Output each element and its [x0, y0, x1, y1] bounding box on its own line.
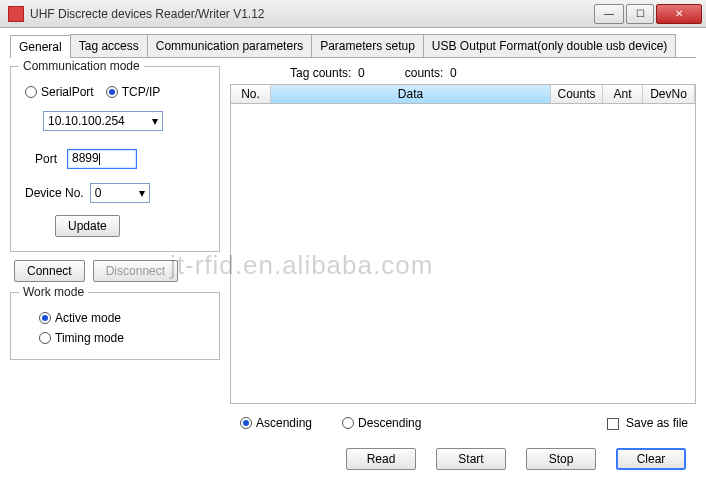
th-data[interactable]: Data: [271, 85, 551, 103]
ascending-label: Ascending: [256, 416, 312, 430]
tab-bar: General Tag access Communication paramet…: [10, 34, 696, 58]
stop-button[interactable]: Stop: [526, 448, 596, 470]
save-as-file-label: Save as file: [626, 416, 688, 430]
port-value: 8899: [72, 151, 99, 165]
tab-general[interactable]: General: [10, 35, 71, 58]
app-icon: [8, 6, 24, 22]
tcpip-label: TCP/IP: [122, 85, 161, 99]
device-no-select[interactable]: 0 ▾: [90, 183, 150, 203]
ascending-radio[interactable]: [240, 417, 252, 429]
sort-row: Ascending Descending Save as file: [230, 404, 696, 436]
window-title: UHF Discrecte devices Reader/Writer V1.1…: [30, 7, 592, 21]
serialport-label: SerialPort: [41, 85, 94, 99]
data-table[interactable]: No. Data Counts Ant DevNo: [230, 84, 696, 404]
disconnect-button[interactable]: Disconnect: [93, 260, 178, 282]
tag-counts-label: Tag counts:: [290, 66, 351, 80]
serialport-radio[interactable]: [25, 86, 37, 98]
chevron-down-icon: ▾: [152, 114, 158, 128]
read-button[interactable]: Read: [346, 448, 416, 470]
work-mode-group: Work mode Active mode Timing mode: [10, 292, 220, 360]
th-devno[interactable]: DevNo: [643, 85, 695, 103]
tab-communication-parameters[interactable]: Communication parameters: [147, 34, 312, 57]
connect-button[interactable]: Connect: [14, 260, 85, 282]
tag-counts-value: 0: [358, 66, 365, 80]
timing-mode-label: Timing mode: [55, 331, 124, 345]
minimize-button[interactable]: —: [594, 4, 624, 24]
clear-button[interactable]: Clear: [616, 448, 686, 470]
work-mode-legend: Work mode: [19, 285, 88, 299]
counts-label: counts:: [405, 66, 444, 80]
tcpip-radio[interactable]: [106, 86, 118, 98]
ip-address-value: 10.10.100.254: [48, 114, 125, 128]
active-mode-radio[interactable]: [39, 312, 51, 324]
close-button[interactable]: ✕: [656, 4, 702, 24]
counts-row: Tag counts: 0 counts: 0: [230, 66, 696, 84]
tab-content: Communication mode SerialPort TCP/IP 10.…: [10, 58, 696, 470]
save-as-file-checkbox[interactable]: [607, 418, 619, 430]
active-mode-label: Active mode: [55, 311, 121, 325]
timing-mode-radio[interactable]: [39, 332, 51, 344]
counts-value: 0: [450, 66, 457, 80]
device-no-label: Device No.: [25, 186, 84, 200]
tab-tag-access[interactable]: Tag access: [70, 34, 148, 57]
descending-radio[interactable]: [342, 417, 354, 429]
ip-address-select[interactable]: 10.10.100.254 ▾: [43, 111, 163, 131]
right-column: Tag counts: 0 counts: 0 No. Data Counts …: [230, 66, 696, 470]
th-counts[interactable]: Counts: [551, 85, 603, 103]
titlebar: UHF Discrecte devices Reader/Writer V1.1…: [0, 0, 706, 28]
tab-parameters-setup[interactable]: Parameters setup: [311, 34, 424, 57]
tab-usb-output-format[interactable]: USB Output Format(only double usb device…: [423, 34, 676, 57]
chevron-down-icon: ▾: [139, 186, 145, 200]
maximize-button[interactable]: ☐: [626, 4, 654, 24]
port-label: Port: [35, 152, 57, 166]
communication-mode-legend: Communication mode: [19, 59, 144, 73]
window-controls: — ☐ ✕: [592, 4, 702, 24]
port-input[interactable]: 8899: [67, 149, 137, 169]
start-button[interactable]: Start: [436, 448, 506, 470]
table-header: No. Data Counts Ant DevNo: [231, 85, 695, 104]
communication-mode-group: Communication mode SerialPort TCP/IP 10.…: [10, 66, 220, 252]
device-no-value: 0: [95, 186, 102, 200]
descending-label: Descending: [358, 416, 421, 430]
update-button[interactable]: Update: [55, 215, 120, 237]
client-area: General Tag access Communication paramet…: [0, 28, 706, 480]
th-no[interactable]: No.: [231, 85, 271, 103]
action-buttons: Read Start Stop Clear: [230, 436, 696, 470]
left-column: Communication mode SerialPort TCP/IP 10.…: [10, 66, 220, 470]
th-ant[interactable]: Ant: [603, 85, 643, 103]
